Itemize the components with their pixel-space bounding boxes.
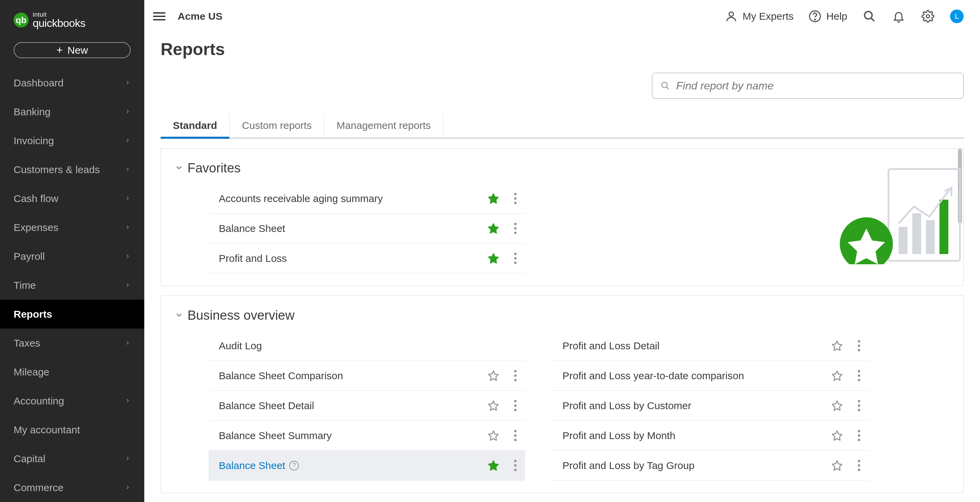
report-actions bbox=[831, 370, 862, 381]
svg-point-3 bbox=[729, 12, 733, 16]
my-experts-button[interactable]: My Experts bbox=[725, 10, 794, 23]
sidebar-item-time[interactable]: Time bbox=[0, 271, 144, 300]
star-icon[interactable] bbox=[488, 460, 499, 472]
chevron-right-icon bbox=[124, 165, 130, 175]
kebab-icon[interactable] bbox=[512, 223, 518, 234]
report-row[interactable]: Profit and Loss by Month bbox=[552, 421, 869, 451]
svg-rect-14 bbox=[926, 220, 935, 254]
report-name: Balance Sheet? bbox=[219, 460, 299, 472]
help-button[interactable]: Help bbox=[808, 10, 847, 23]
star-icon[interactable] bbox=[488, 400, 499, 411]
kebab-icon[interactable] bbox=[512, 430, 518, 441]
new-button[interactable]: + New bbox=[14, 42, 130, 58]
report-row[interactable]: Profit and Loss Detail bbox=[552, 331, 869, 361]
sidebar-item-label: Commerce bbox=[14, 482, 64, 494]
hamburger-icon[interactable] bbox=[151, 8, 167, 24]
kebab-icon[interactable] bbox=[856, 430, 862, 441]
company-name[interactable]: Acme US bbox=[178, 11, 223, 22]
brand-text: intuit quickbooks bbox=[33, 11, 86, 29]
sidebar-item-dashboard[interactable]: Dashboard bbox=[0, 68, 144, 97]
kebab-icon[interactable] bbox=[856, 370, 862, 381]
star-icon[interactable] bbox=[488, 253, 499, 264]
tab-standard[interactable]: Standard bbox=[161, 114, 230, 137]
tab-custom-reports[interactable]: Custom reports bbox=[230, 114, 324, 137]
sidebar-item-mileage[interactable]: Mileage bbox=[0, 357, 144, 386]
report-actions bbox=[488, 430, 518, 442]
svg-point-6 bbox=[865, 11, 872, 19]
info-icon[interactable]: ? bbox=[289, 461, 299, 470]
my-experts-label: My Experts bbox=[743, 11, 794, 22]
kebab-icon[interactable] bbox=[856, 400, 862, 411]
sidebar-item-accounting[interactable]: Accounting bbox=[0, 386, 144, 415]
plus-icon: + bbox=[56, 44, 63, 56]
chevron-down-icon[interactable] bbox=[175, 311, 183, 321]
chevron-down-icon[interactable] bbox=[175, 163, 183, 173]
report-name: Balance Sheet bbox=[219, 223, 285, 234]
report-row[interactable]: Audit Log bbox=[208, 331, 525, 361]
qb-logo-icon: qb bbox=[14, 13, 29, 27]
star-icon[interactable] bbox=[488, 193, 499, 204]
star-icon[interactable] bbox=[831, 340, 843, 352]
gear-icon[interactable] bbox=[921, 9, 935, 24]
report-row[interactable]: Balance Sheet? bbox=[208, 451, 525, 481]
report-actions bbox=[488, 370, 518, 381]
star-icon[interactable] bbox=[488, 370, 499, 381]
report-actions bbox=[488, 223, 518, 234]
report-row[interactable]: Balance Sheet bbox=[208, 214, 525, 243]
sidebar-item-banking[interactable]: Banking bbox=[0, 97, 144, 126]
kebab-icon[interactable] bbox=[856, 460, 862, 471]
report-name: Profit and Loss Detail bbox=[563, 340, 659, 352]
kebab-icon[interactable] bbox=[512, 460, 518, 471]
kebab-icon[interactable] bbox=[856, 340, 862, 351]
sidebar-item-reports[interactable]: Reports bbox=[0, 300, 144, 329]
report-name: Profit and Loss bbox=[219, 253, 287, 264]
star-icon[interactable] bbox=[831, 400, 843, 411]
star-icon[interactable] bbox=[831, 460, 843, 472]
search-icon[interactable] bbox=[862, 9, 877, 24]
kebab-icon[interactable] bbox=[512, 253, 518, 264]
sidebar-item-label: Reports bbox=[14, 308, 52, 320]
report-row[interactable]: Balance Sheet Detail bbox=[208, 391, 525, 421]
sidebar-item-capital[interactable]: Capital bbox=[0, 444, 144, 473]
report-row[interactable]: Accounts receivable aging summary bbox=[208, 184, 525, 214]
sidebar-item-commerce[interactable]: Commerce bbox=[0, 473, 144, 502]
kebab-icon[interactable] bbox=[512, 193, 518, 204]
sidebar-item-my-accountant[interactable]: My accountant bbox=[0, 415, 144, 444]
star-icon[interactable] bbox=[488, 223, 499, 234]
sidebar-item-label: Mileage bbox=[14, 366, 49, 378]
report-row[interactable]: Balance Sheet Comparison bbox=[208, 361, 525, 391]
avatar[interactable]: L bbox=[950, 10, 964, 23]
favorites-illustration bbox=[834, 166, 963, 264]
report-search-input[interactable] bbox=[676, 79, 955, 92]
kebab-icon[interactable] bbox=[512, 400, 518, 411]
sidebar-item-customers-leads[interactable]: Customers & leads bbox=[0, 155, 144, 184]
sidebar-item-cash-flow[interactable]: Cash flow bbox=[0, 184, 144, 213]
star-icon[interactable] bbox=[831, 430, 843, 442]
report-name: Accounts receivable aging summary bbox=[219, 193, 383, 204]
report-row[interactable]: Profit and Loss year-to-date comparison bbox=[552, 361, 869, 391]
sidebar-item-label: Accounting bbox=[14, 395, 64, 407]
report-actions bbox=[831, 430, 862, 442]
report-name: Audit Log bbox=[219, 340, 262, 352]
page-title: Reports bbox=[161, 40, 964, 59]
kebab-icon[interactable] bbox=[512, 370, 518, 381]
report-row[interactable]: Balance Sheet Summary bbox=[208, 421, 525, 451]
report-row[interactable]: Profit and Loss by Customer bbox=[552, 391, 869, 421]
tab-management-reports[interactable]: Management reports bbox=[324, 114, 443, 137]
chevron-right-icon bbox=[124, 78, 130, 88]
report-search[interactable] bbox=[652, 73, 964, 98]
business-overview-left-list: Audit LogBalance Sheet ComparisonBalance… bbox=[208, 331, 525, 481]
star-icon[interactable] bbox=[831, 370, 843, 381]
star-icon[interactable] bbox=[488, 430, 499, 442]
bell-icon[interactable] bbox=[891, 9, 906, 24]
sidebar-item-payroll[interactable]: Payroll bbox=[0, 242, 144, 271]
sidebar-item-taxes[interactable]: Taxes bbox=[0, 329, 144, 357]
chevron-right-icon bbox=[124, 252, 130, 261]
report-row[interactable]: Profit and Loss by Tag Group bbox=[552, 451, 869, 481]
logo[interactable]: qb intuit quickbooks bbox=[0, 0, 144, 38]
report-row[interactable]: Profit and Loss bbox=[208, 243, 525, 273]
sidebar-item-label: Expenses bbox=[14, 222, 59, 233]
sidebar-item-expenses[interactable]: Expenses bbox=[0, 213, 144, 242]
sidebar-item-label: Cash flow bbox=[14, 193, 59, 204]
sidebar-item-invoicing[interactable]: Invoicing bbox=[0, 126, 144, 155]
